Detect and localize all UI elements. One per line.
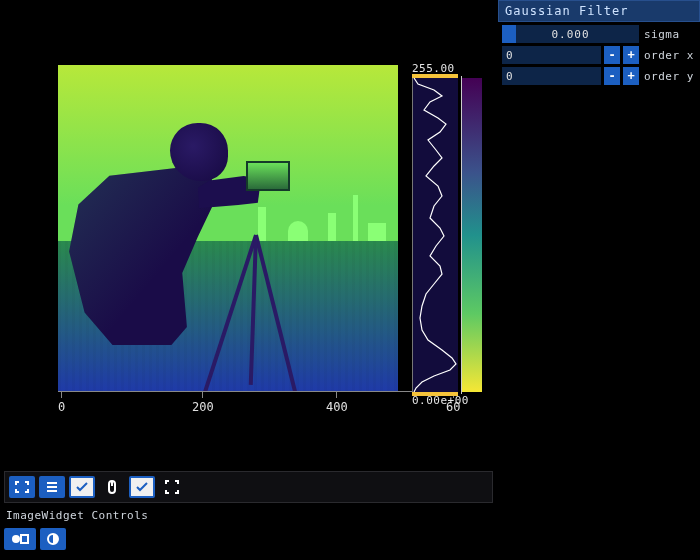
- sigma-slider-fill: [502, 25, 516, 43]
- crop-icon[interactable]: [159, 476, 185, 498]
- sigma-label: sigma: [642, 25, 696, 43]
- param-row-order-x: 0 - + order x: [502, 46, 696, 64]
- order-y-value: 0: [506, 70, 513, 83]
- colormap-button[interactable]: [4, 528, 36, 550]
- order-y-label: order y: [642, 67, 696, 85]
- center-button[interactable]: [39, 476, 65, 498]
- contrast-button[interactable]: [40, 528, 66, 550]
- imagewidget-toolbar: [4, 526, 493, 554]
- svg-rect-3: [21, 535, 28, 543]
- check-button-1[interactable]: [69, 476, 95, 498]
- order-y-minus-button[interactable]: -: [604, 67, 620, 85]
- check-button-2[interactable]: [129, 476, 155, 498]
- sigma-value: 0.000: [551, 28, 589, 41]
- fullscreen-button[interactable]: [9, 476, 35, 498]
- param-row-sigma: 0.000 sigma: [502, 25, 696, 43]
- x-tick-label: 200: [192, 400, 214, 414]
- controls-section-label: ImageWidget Controls: [0, 505, 497, 526]
- mouse-icon[interactable]: [99, 476, 125, 498]
- order-y-input[interactable]: 0: [502, 67, 601, 85]
- histogram-min-label: 0.00e+00: [412, 394, 469, 407]
- histogram-strip[interactable]: [412, 78, 458, 392]
- panel-title[interactable]: Gaussian Filter: [498, 0, 700, 22]
- order-x-label: order x: [642, 46, 696, 64]
- param-row-order-y: 0 - + order y: [502, 67, 696, 85]
- colorbar[interactable]: [462, 78, 482, 392]
- order-x-minus-button[interactable]: -: [604, 46, 620, 64]
- order-x-input[interactable]: 0: [502, 46, 601, 64]
- x-tick-label: 400: [326, 400, 348, 414]
- view-toolbar: [4, 471, 493, 503]
- x-axis: 0 200 400 60: [58, 391, 448, 422]
- main-image[interactable]: [58, 65, 398, 391]
- sigma-slider[interactable]: 0.000: [502, 25, 639, 43]
- order-y-plus-button[interactable]: +: [623, 67, 639, 85]
- order-x-value: 0: [506, 49, 513, 62]
- plot-canvas[interactable]: 0 200 400 60 255.00 0.00e+00: [0, 0, 497, 469]
- svg-point-2: [12, 535, 20, 543]
- order-x-plus-button[interactable]: +: [623, 46, 639, 64]
- x-tick-label: 0: [58, 400, 65, 414]
